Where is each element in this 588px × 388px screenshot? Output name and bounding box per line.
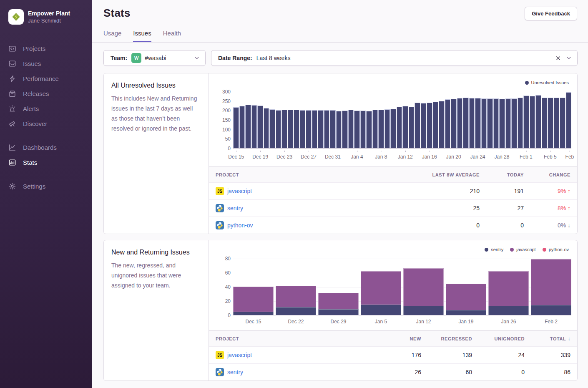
new-returning-issues-chart: sentryjavascriptpython-ov 020406080 Dec … [209, 240, 577, 325]
x-axis-tick: Jan 8 [375, 154, 387, 160]
y-axis-tick: 50 [214, 136, 231, 142]
sidebar-item-label: Settings [23, 183, 45, 190]
unresolved-bar [360, 111, 366, 148]
sidebar-item-issues[interactable]: Issues [8, 57, 92, 70]
legend-label: python-ov [549, 247, 569, 252]
org-switcher[interactable]: Empower Plant Jane Schmidt [8, 9, 92, 25]
unresolved-issues-table: ProjectLast 8w AverageTodayChangeJSjavas… [209, 166, 577, 234]
unresolved-bar [469, 98, 475, 148]
y-axis-tick: 150 [214, 117, 231, 123]
org-logo-icon [8, 9, 24, 25]
unresolved-bar [518, 98, 523, 148]
stacked-bar [446, 259, 486, 315]
x-axis-tick: Jan 16 [422, 154, 437, 160]
unresolved-bar [306, 110, 312, 148]
date-range-select[interactable]: Date Range: Last 8 weeks [211, 50, 578, 66]
tab-usage[interactable]: Usage [103, 30, 121, 42]
bar-segment-javascript [488, 271, 529, 306]
javascript-platform-icon: JS [216, 351, 224, 359]
sidebar-item-label: Projects [23, 45, 45, 52]
team-select[interactable]: Team: W #wasabi [103, 50, 206, 66]
sidebar-item-label: Dashboards [23, 144, 57, 151]
sidebar-item-projects[interactable]: Projects [8, 42, 92, 55]
unresolved-bar [251, 105, 257, 148]
unresolved-issues-info: All Unresolved Issues This includes New … [104, 73, 209, 234]
legend-item-javascript[interactable]: javascript [510, 247, 535, 252]
stacked-bar [531, 259, 571, 315]
legend-item-python-ov[interactable]: python-ov [543, 247, 569, 252]
nav-group: DashboardsStats [8, 141, 92, 169]
unresolved-bar [281, 110, 287, 148]
unresolved-bar [402, 106, 408, 148]
project-link[interactable]: python-ov [227, 222, 253, 229]
give-feedback-button[interactable]: Give Feedback [525, 7, 577, 20]
unresolved-bar [312, 110, 318, 148]
project-link[interactable]: javascript [227, 352, 252, 358]
sidebar-item-stats[interactable]: Stats [8, 156, 92, 169]
unresolved-bar [475, 98, 481, 148]
sidebar-item-label: Stats [23, 159, 37, 166]
sidebar-item-releases[interactable]: Releases [8, 87, 92, 100]
legend-item-unresolved-issues[interactable]: Unresolved Issues [525, 80, 569, 85]
column-header-total[interactable]: Total ↓ [525, 336, 570, 342]
sidebar-item-performance[interactable]: Performance [8, 72, 92, 85]
x-axis-tick: Jan 20 [446, 154, 461, 160]
unresolved-bar [348, 110, 354, 148]
table-row: JSjavascript17613924339 [209, 346, 577, 363]
unresolved-bar [269, 109, 275, 148]
y-axis-tick: 60 [214, 270, 231, 276]
bar-segment-javascript [361, 271, 401, 305]
column-header-new[interactable]: New [376, 336, 421, 341]
column-header-project[interactable]: Project [216, 336, 376, 341]
stacked-bar [318, 259, 359, 315]
new-returning-issues-table: ProjectNewRegressedUnignoredTotal ↓JSjav… [209, 330, 577, 380]
releases-icon [8, 90, 16, 98]
x-axis-tick: Feb 5 [544, 154, 557, 160]
unresolved-bar [233, 107, 239, 148]
python-platform-icon [216, 221, 224, 229]
unresolved-bar [493, 98, 499, 148]
bar-segment-sentry [403, 306, 444, 315]
x-axis-tick: Jan 26 [488, 317, 529, 325]
table-cell: 176 [376, 352, 421, 358]
x-axis-tick: Feb [565, 154, 574, 160]
sidebar-item-alerts[interactable]: Alerts [8, 102, 92, 115]
table-cell: 0 [480, 222, 524, 229]
unresolved-bar [366, 111, 372, 148]
x-axis-tick: Jan 12 [403, 317, 444, 325]
unresolved-bar [245, 105, 251, 148]
legend-item-sentry[interactable]: sentry [485, 247, 503, 252]
column-header-regressed[interactable]: Regressed [421, 336, 472, 341]
table-cell: 0 [472, 369, 525, 375]
y-axis-tick: 40 [214, 284, 231, 290]
stacked-bar [233, 259, 274, 315]
project-link[interactable]: javascript [227, 188, 252, 194]
unresolved-bar [566, 92, 572, 148]
unresolved-issues-panel: All Unresolved Issues This includes New … [103, 73, 578, 234]
project-link[interactable]: sentry [227, 369, 243, 375]
unresolved-bar [336, 111, 342, 148]
sidebar-item-discover[interactable]: Discover [8, 117, 92, 130]
stacked-bar [276, 259, 316, 315]
sort-arrow-icon: ↓ [566, 336, 570, 342]
team-avatar: W [131, 53, 141, 63]
bar-segment-javascript [318, 293, 359, 309]
tab-health[interactable]: Health [163, 30, 181, 42]
project-cell: JSjavascript [216, 187, 379, 195]
column-header-project: Project [216, 172, 379, 177]
sidebar-item-dashboards[interactable]: Dashboards [8, 141, 92, 154]
clear-date-icon[interactable] [555, 55, 561, 61]
x-axis-tick: Jan 24 [470, 154, 485, 160]
panel-description: The new, regressed, and unignored issues… [111, 260, 200, 290]
column-header-unignored[interactable]: Unignored [472, 336, 525, 341]
tab-issues[interactable]: Issues [133, 30, 151, 42]
sidebar-item-label: Issues [23, 60, 41, 67]
column-header-today: Today [480, 172, 524, 177]
table-cell: 139 [421, 352, 472, 358]
unresolved-bar [554, 98, 560, 148]
unresolved-bar [300, 110, 306, 148]
sidebar-item-settings[interactable]: Settings [8, 180, 92, 193]
y-axis-tick: 100 [214, 127, 231, 133]
unresolved-bar [294, 110, 299, 148]
project-link[interactable]: sentry [227, 205, 243, 212]
